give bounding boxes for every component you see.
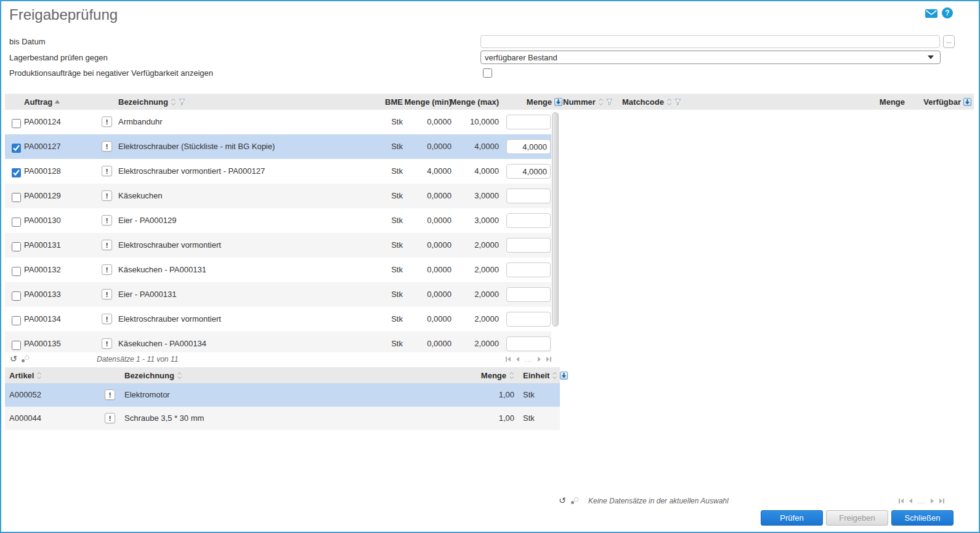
row-select-checkbox[interactable] xyxy=(12,316,21,325)
warning-icon[interactable]: ! xyxy=(105,413,115,423)
menge-max-cell: 2,0000 xyxy=(455,233,499,258)
refresh-icon[interactable]: ↺ xyxy=(559,496,566,505)
warning-icon[interactable]: ! xyxy=(102,190,112,201)
orders-table-footer: ↺ Datensätze 1 - 11 von 11 ... xyxy=(1,352,979,366)
column-header-auftrag[interactable]: Auftrag xyxy=(24,94,60,110)
column-header-menge[interactable]: Menge xyxy=(469,367,514,383)
order-row[interactable]: PA000124 ! Armbanduhr Stk 0,0000 10,0000 xyxy=(5,110,551,134)
column-header-menge-right: Menge xyxy=(857,94,905,110)
menge-min-cell: 0,0000 xyxy=(405,208,452,233)
menge-input[interactable] xyxy=(506,312,551,327)
column-header-artikel[interactable]: Artikel xyxy=(9,367,42,383)
menge-input[interactable] xyxy=(506,213,551,228)
settings-icon[interactable] xyxy=(22,356,29,363)
article-row[interactable]: A000044 ! Schraube 3,5 * 30 mm 1,00 Stk xyxy=(5,407,560,430)
produktionsauftraege-checkbox[interactable] xyxy=(483,68,492,78)
article-row[interactable]: A000052 ! Elektromotor 1,00 Stk xyxy=(5,383,560,407)
menge-input[interactable] xyxy=(506,189,551,203)
filter-icon[interactable] xyxy=(674,99,681,105)
pruefen-button[interactable]: Prüfen xyxy=(761,510,823,526)
column-header-bezeichnung[interactable]: Bezeichnung xyxy=(124,367,182,383)
order-row[interactable]: PA000135 ! Käsekuchen - PA000134 Stk 0,0… xyxy=(5,332,551,354)
articles-table-header: Artikel Bezeichnung Menge Einheit xyxy=(1,367,562,383)
help-icon[interactable]: ? xyxy=(942,7,953,18)
prev-page-button[interactable] xyxy=(516,357,519,362)
mail-icon[interactable] xyxy=(925,9,937,18)
menge-input[interactable] xyxy=(506,164,551,179)
warning-icon[interactable]: ! xyxy=(102,240,112,250)
auftrag-cell: PA000129 xyxy=(24,184,61,208)
auftrag-cell: PA000134 xyxy=(24,307,61,332)
lagerbestand-select[interactable]: verfügbarer Bestand xyxy=(480,51,941,64)
menge-input[interactable] xyxy=(506,139,551,154)
order-row[interactable]: PA000128 ! Elektroschrauber vormontiert … xyxy=(5,159,551,184)
prev-page-button[interactable] xyxy=(909,498,912,503)
row-select-checkbox[interactable] xyxy=(12,193,21,202)
menge-input[interactable] xyxy=(506,287,551,302)
row-select-checkbox[interactable] xyxy=(12,341,21,350)
order-row[interactable]: PA000131 ! Elektroschrauber vormontiert … xyxy=(5,233,551,258)
warning-icon[interactable]: ! xyxy=(102,264,112,275)
aggregate-icon[interactable] xyxy=(554,98,562,106)
bezeichnung-cell: Schraube 3,5 * 30 mm xyxy=(124,407,204,430)
menge-input[interactable] xyxy=(506,262,551,277)
first-page-button[interactable] xyxy=(899,498,904,503)
column-header-bezeichnung[interactable]: Bezeichnung xyxy=(118,94,185,110)
row-select-checkbox[interactable] xyxy=(12,267,21,276)
row-select-checkbox[interactable] xyxy=(12,119,21,128)
vertical-scrollbar-thumb[interactable] xyxy=(552,112,559,327)
aggregate-icon[interactable] xyxy=(963,98,971,106)
schliessen-button[interactable]: Schließen xyxy=(891,510,954,526)
order-row[interactable]: PA000133 ! Eier - PA000131 Stk 0,0000 2,… xyxy=(5,282,551,307)
menge-input[interactable] xyxy=(506,336,551,351)
warning-icon[interactable]: ! xyxy=(102,338,112,349)
warning-icon[interactable]: ! xyxy=(105,389,115,400)
row-select-checkbox[interactable] xyxy=(12,144,21,153)
column-header-einheit[interactable]: Einheit xyxy=(523,367,568,383)
menge-input[interactable] xyxy=(506,115,551,129)
last-page-button[interactable] xyxy=(546,357,551,362)
column-header-matchcode[interactable]: Matchcode xyxy=(622,94,681,110)
column-header-menge-max: Menge (max) xyxy=(455,94,499,110)
menge-input[interactable] xyxy=(506,238,551,253)
sort-icon xyxy=(552,372,557,380)
order-row[interactable]: PA000127 ! Elektroschrauber (Stückliste … xyxy=(5,134,551,159)
warning-icon[interactable]: ! xyxy=(102,314,112,324)
refresh-icon[interactable]: ↺ xyxy=(10,354,17,363)
freigabepruefung-window: Freigabeprüfung ? bis Datum ... Lagerbes… xyxy=(0,0,980,533)
order-row[interactable]: PA000134 ! Elektroschrauber vormontiert … xyxy=(5,307,551,332)
row-select-checkbox[interactable] xyxy=(12,291,21,301)
freigeben-button[interactable]: Freigeben xyxy=(826,510,888,526)
filter-icon[interactable] xyxy=(179,99,185,105)
warning-icon[interactable]: ! xyxy=(102,215,112,226)
aggregate-icon[interactable] xyxy=(560,372,568,380)
settings-icon[interactable] xyxy=(571,497,578,505)
row-select-checkbox[interactable] xyxy=(12,168,21,177)
warning-icon[interactable]: ! xyxy=(102,166,112,176)
date-browse-button[interactable]: ... xyxy=(943,35,955,48)
bis-datum-input[interactable] xyxy=(480,35,940,48)
filter-icon[interactable] xyxy=(606,99,613,105)
bme-cell: Stk xyxy=(371,110,403,134)
column-header-nummer[interactable]: Nummer xyxy=(563,94,613,110)
order-row[interactable]: PA000129 ! Käsekuchen Stk 0,0000 3,0000 xyxy=(5,184,551,208)
row-select-checkbox[interactable] xyxy=(12,218,21,227)
column-header-menge-min: Menge (min) xyxy=(405,94,452,110)
menge-min-cell: 0,0000 xyxy=(405,258,452,282)
first-page-button[interactable] xyxy=(506,357,511,362)
order-row[interactable]: PA000130 ! Eier - PA000129 Stk 0,0000 3,… xyxy=(5,208,551,233)
menge-max-cell: 10,0000 xyxy=(455,110,499,134)
last-page-button[interactable] xyxy=(939,498,944,503)
warning-icon[interactable]: ! xyxy=(102,289,112,299)
auftrag-cell: PA000130 xyxy=(24,208,61,233)
bezeichnung-cell: Armbanduhr xyxy=(118,110,163,134)
warning-icon[interactable]: ! xyxy=(102,141,112,152)
next-page-button[interactable] xyxy=(931,498,934,503)
row-select-checkbox[interactable] xyxy=(12,242,21,251)
warning-icon[interactable]: ! xyxy=(102,116,112,127)
bme-cell: Stk xyxy=(371,233,403,258)
order-row[interactable]: PA000132 ! Käsekuchen - PA000131 Stk 0,0… xyxy=(5,258,551,282)
bezeichnung-cell: Käsekuchen - PA000131 xyxy=(118,258,206,282)
bme-cell: Stk xyxy=(371,134,403,159)
next-page-button[interactable] xyxy=(538,357,541,362)
